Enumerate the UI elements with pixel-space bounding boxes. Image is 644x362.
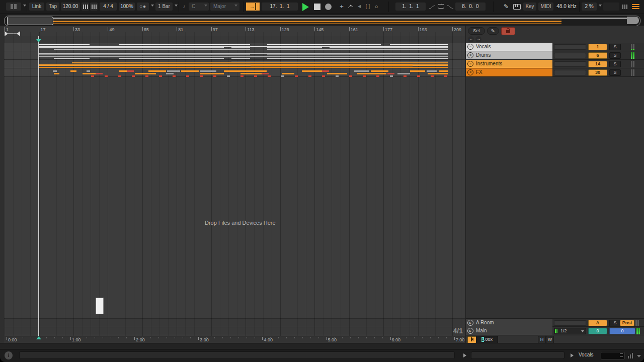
device-selector-caret-icon[interactable] (23, 5, 26, 7)
clip-segment-fx[interactable] (302, 70, 322, 72)
track-row-vocals[interactable]: ≡Vocals1S (466, 43, 644, 51)
clip-segment-fx[interactable] (363, 75, 366, 77)
clip-segment-fx[interactable] (54, 73, 59, 74)
device-selector-button[interactable] (6, 3, 21, 11)
clip-segment-fx[interactable] (132, 75, 135, 77)
clip-segment-fx[interactable] (127, 70, 134, 72)
clip-segment-fx[interactable] (308, 75, 311, 77)
clip-segment-fx[interactable] (262, 73, 269, 74)
scale-name-caret-icon[interactable] (234, 5, 237, 7)
clip-segment-vocals[interactable] (267, 44, 381, 45)
clip-segment-fx[interactable] (354, 70, 369, 72)
clip-segment-drums[interactable] (38, 56, 448, 57)
clip-segment-fx[interactable] (322, 75, 325, 77)
track-activator-button[interactable]: 6 (588, 52, 607, 59)
mini-fader-widget[interactable] (601, 352, 625, 359)
track-name[interactable]: Main (476, 327, 487, 335)
unfold-track-icon[interactable]: ▶ (467, 328, 473, 334)
clip-segment-fx[interactable] (186, 75, 189, 77)
scale-root-caret-icon[interactable] (204, 5, 207, 7)
clip-segment-fx[interactable] (200, 75, 203, 77)
clip-segment-fx[interactable] (166, 73, 174, 74)
fold-group-icon[interactable]: ≡ (467, 44, 473, 50)
expand-triangle-icon[interactable] (571, 353, 574, 357)
clip-segment-fx[interactable] (281, 75, 284, 77)
cue-volume-field[interactable]: 0 (588, 328, 607, 334)
re-enable-automation-icon[interactable]: ◀ (356, 3, 363, 11)
clip-segment-fx[interactable] (390, 75, 393, 77)
nudge-down-button[interactable] (82, 3, 89, 11)
add-track-icon[interactable]: + (338, 3, 345, 11)
clip-segment-vocals[interactable] (267, 49, 448, 50)
track-name[interactable]: FX (476, 68, 482, 76)
prev-arrow-button[interactable]: ← (468, 36, 474, 42)
bar-ruler[interactable]: 1173349658197113129145161177193209 (0, 26, 465, 36)
return-track-name-cell[interactable]: ▶ A Room (466, 319, 552, 327)
metronome-caret-icon[interactable] (151, 5, 154, 7)
metronome-button[interactable]: ○● (137, 3, 149, 11)
clip-segment-fx[interactable] (327, 73, 347, 74)
io-routing-box[interactable] (554, 44, 586, 50)
clip-segment-instruments[interactable] (38, 64, 251, 66)
clip-segment-fx[interactable] (135, 73, 156, 74)
track-name[interactable]: Drums (476, 51, 491, 59)
link-button[interactable]: Link (29, 3, 44, 11)
track-activator-button[interactable]: 30 (588, 69, 607, 76)
capture-midi-icon[interactable]: ○ (373, 3, 380, 11)
automation-arm-icon[interactable] (347, 4, 354, 10)
next-arrow-button[interactable]: → (475, 36, 481, 42)
clip-segment-drums[interactable] (267, 58, 448, 59)
clip-segment-fx[interactable] (227, 75, 230, 77)
io-routing-box[interactable] (554, 53, 586, 58)
solo-button[interactable]: S (609, 52, 621, 59)
clip-segment-fx[interactable] (53, 70, 57, 72)
clip-segment-vocals[interactable] (267, 47, 322, 48)
loop-region[interactable] (8, 33, 17, 34)
insert-marker-icon[interactable] (36, 39, 41, 42)
clip-segment-fx[interactable] (240, 73, 262, 74)
clip-segment-fx[interactable] (295, 75, 298, 77)
set-button[interactable]: Set (468, 27, 485, 35)
clip-segment-fx[interactable] (410, 70, 425, 72)
main-track-row[interactable]: ▶ Main 1/2 0 0 (466, 327, 644, 335)
audition-button[interactable] (467, 336, 476, 343)
track-row-instruments[interactable]: ≡Instruments14S (466, 60, 644, 68)
track-row-drums[interactable]: ≡Drums6S (466, 51, 644, 60)
clip-segment-fx[interactable] (387, 73, 394, 74)
clip-segment-vocals[interactable] (231, 47, 250, 48)
arrangement-position-field[interactable]: 17. 1. 1 (262, 3, 298, 11)
clip-segment-fx[interactable] (444, 75, 447, 77)
horizontal-scrollbar[interactable] (0, 343, 644, 349)
clip-segment-vocals[interactable] (330, 47, 448, 48)
io-routing-box[interactable] (554, 61, 586, 67)
clip-segment-fx[interactable] (181, 70, 199, 72)
tap-tempo-button[interactable]: Tap (46, 3, 59, 11)
clip-segment-vocals[interactable] (38, 44, 90, 45)
fold-group-icon[interactable]: ≡ (467, 61, 473, 67)
clip-segment-fx[interactable] (200, 70, 216, 72)
clip-segment-fx[interactable] (439, 70, 448, 72)
menu-hamburger-icon[interactable] (632, 3, 640, 11)
scale-name-menu[interactable]: Major (210, 3, 239, 11)
status-field[interactable] (19, 351, 455, 359)
draw-mode-icon[interactable]: ✎ (502, 3, 511, 11)
clip-segment-fx[interactable] (376, 75, 379, 77)
clip-segment-fx[interactable] (91, 75, 94, 77)
track-name-cell[interactable]: ≡Vocals (466, 43, 552, 51)
track-name[interactable]: Instruments (476, 60, 502, 68)
quantize-menu[interactable]: 1 Bar (155, 3, 173, 11)
clip-segment-fx[interactable] (105, 75, 108, 77)
draw-pencil-button[interactable]: ✎ (487, 27, 499, 35)
track-name[interactable]: A Room (476, 319, 494, 327)
clip-segment-fx[interactable] (224, 70, 267, 72)
track-name-cell[interactable]: ≡Drums (466, 51, 552, 59)
track-name-cell[interactable]: ≡Instruments (466, 60, 552, 68)
info-icon[interactable]: i (5, 351, 13, 359)
post-fader-button[interactable]: Post (620, 320, 634, 326)
solo-button[interactable]: S (609, 69, 621, 76)
clip-segment-instruments[interactable] (38, 67, 448, 68)
arrangement-overview[interactable] (4, 16, 640, 26)
clip-segment-drums[interactable] (231, 58, 250, 59)
clip-segment-fx[interactable] (159, 75, 162, 77)
play-button[interactable] (302, 3, 309, 11)
